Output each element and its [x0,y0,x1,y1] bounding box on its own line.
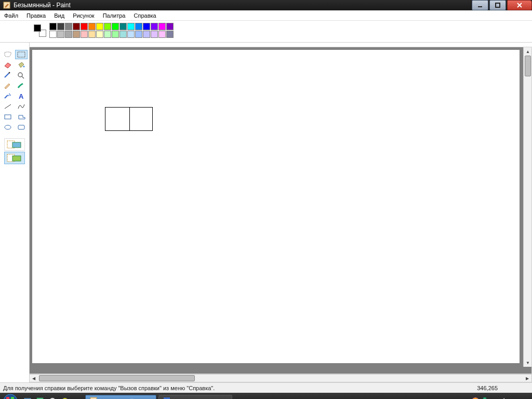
color-swatch[interactable] [81,31,88,38]
tool-eraser[interactable] [2,60,14,70]
color-swatch[interactable] [96,23,103,30]
color-swatch[interactable] [49,31,57,38]
menu-help[interactable]: Справка [130,11,161,20]
color-swatch[interactable] [119,23,127,30]
svg-point-6 [18,73,22,77]
svg-point-9 [8,95,9,96]
color-swatch[interactable] [112,23,119,30]
color-swatch[interactable] [57,23,64,30]
quick-launch-show-desktop[interactable] [22,395,33,399]
tool-polygon[interactable] [15,112,28,122]
color-swatch[interactable] [158,31,166,38]
color-swatch[interactable] [88,31,96,38]
color-swatch[interactable] [143,31,150,38]
tray-shield-icon[interactable] [472,397,479,399]
horizontal-scrollbar[interactable]: ◀ ▶ [29,374,532,382]
tool-text[interactable]: A [15,91,28,101]
color-swatch[interactable] [151,23,158,30]
color-swatch[interactable] [127,23,135,30]
color-swatch[interactable] [104,23,111,30]
tool-fill[interactable] [15,60,28,70]
svg-rect-13 [18,125,24,129]
color-swatch[interactable] [73,23,80,30]
color-swatch[interactable] [65,31,72,38]
svg-rect-17 [12,156,21,161]
selection-mode-opaque[interactable] [4,152,25,164]
tool-rect-select[interactable] [15,50,28,59]
color-swatch[interactable] [73,31,80,38]
svg-rect-11 [5,115,11,119]
quick-launch-more[interactable]: » [72,395,83,399]
tool-panel: A [0,43,29,382]
scroll-thumb[interactable] [39,375,195,381]
title-bar: Безымянный - Paint [0,0,532,10]
svg-rect-20 [11,397,14,399]
color-swatch[interactable] [49,23,57,30]
color-swatch[interactable] [65,23,72,30]
scroll-down-icon[interactable]: ▼ [524,358,532,367]
svg-text:A: A [19,92,24,100]
menu-view[interactable]: Вид [50,11,69,20]
menu-palette[interactable]: Палитра [99,11,130,20]
canvas-area[interactable]: ▲ ▼ [29,47,532,374]
color-swatch[interactable] [96,31,103,38]
minimize-button[interactable] [472,0,488,10]
taskbar-app-paint[interactable]: Безымянный - Paint [85,395,156,399]
quick-launch-app[interactable] [59,395,71,399]
tool-airbrush[interactable] [2,91,14,101]
scroll-thumb[interactable] [525,56,531,76]
tool-ellipse[interactable] [2,123,14,132]
color-swatch[interactable] [158,23,166,30]
color-swatch[interactable] [135,31,142,38]
drawn-rectangle [105,107,153,131]
vertical-scrollbar[interactable]: ▲ ▼ [523,47,531,367]
tray-phone-icon[interactable] [481,397,488,399]
color-swatch[interactable] [57,31,64,38]
color-swatch[interactable] [119,31,127,38]
svg-point-4 [23,66,25,68]
color-swatch[interactable] [166,31,174,38]
tool-brush[interactable] [15,81,28,90]
scroll-right-icon[interactable]: ▶ [523,374,531,382]
color-palette [0,21,532,43]
current-color-indicator[interactable] [34,24,46,37]
start-button[interactable] [0,393,21,399]
menu-image[interactable]: Рисунок [69,11,99,20]
scroll-left-icon[interactable]: ◀ [30,374,38,382]
color-swatch[interactable] [143,23,150,30]
color-swatch[interactable] [135,23,142,30]
tool-magnifier[interactable] [15,71,28,80]
word-icon: W [163,397,170,399]
maximize-button[interactable] [489,0,506,10]
quick-launch-app[interactable] [34,395,46,399]
scroll-up-icon[interactable]: ▲ [524,47,532,56]
menu-file[interactable]: Файл [0,11,22,20]
tool-freeform-select[interactable] [2,50,14,59]
tool-curve[interactable] [15,102,28,111]
svg-point-5 [9,72,10,74]
color-swatch[interactable] [81,23,88,30]
color-swatch[interactable] [127,31,135,38]
tray-volume-icon[interactable] [500,397,507,399]
color-swatch[interactable] [88,23,96,30]
taskbar-app-word[interactable]: WДокумент1 - Micros... [158,395,232,399]
color-swatch[interactable] [112,31,119,38]
color-swatch[interactable] [166,23,174,30]
color-swatch[interactable] [151,31,158,38]
svg-point-7 [9,94,10,95]
svg-rect-2 [496,3,500,7]
svg-rect-19 [6,397,9,399]
close-button[interactable] [507,0,532,10]
canvas[interactable] [32,49,520,364]
menu-edit[interactable]: Правка [22,11,50,20]
selection-mode-transparent[interactable] [4,138,25,151]
color-swatch[interactable] [104,31,111,38]
paint-icon [90,397,97,399]
tool-rectangle[interactable] [2,112,14,122]
tool-line[interactable] [2,102,14,111]
quick-launch-app[interactable] [47,395,58,399]
tool-rounded-rect[interactable] [15,123,28,132]
tray-network-icon[interactable] [490,397,498,399]
tool-color-picker[interactable] [2,71,14,80]
tool-pencil[interactable] [2,81,14,90]
